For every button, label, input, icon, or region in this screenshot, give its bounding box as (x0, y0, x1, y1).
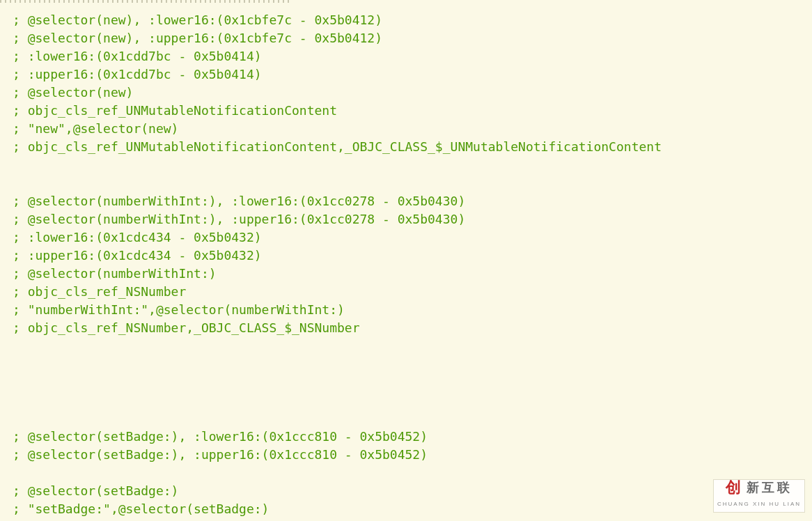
code-line: ; @selector(setBadge:), :upper16:(0x1ccc… (13, 446, 799, 464)
code-line: ; "numberWithInt:",@selector(numberWithI… (13, 301, 799, 319)
blank-line (13, 391, 799, 410)
code-line: ; @selector(new) (13, 84, 799, 102)
code-line: ; :upper16:(0x1cdd7bc - 0x5b0414) (13, 65, 799, 84)
blank-line (13, 355, 799, 373)
code-document: ; @selector(new), :lower16:(0x1cbfe7c - … (0, 0, 812, 521)
code-line: ; @selector(setBadge:), :lower16:(0x1ccc… (13, 428, 799, 446)
code-line: ; objc_cls_ref_UNMutableNotificationCont… (13, 102, 799, 120)
watermark-rest: 新互联 (747, 479, 793, 497)
watermark-logo: 创 新互联 CHUANG XIN HU LIAN (713, 479, 805, 513)
code-line: ; :lower16:(0x1cdc434 - 0x5b0432) (13, 228, 799, 247)
code-line: ; @selector(numberWithInt:), :upper16:(0… (13, 210, 799, 228)
code-line: ; :lower16:(0x1cdd7bc - 0x5b0414) (13, 47, 799, 65)
code-line: ; objc_cls_ref_NSNumber,_OBJC_CLASS_$_NS… (13, 319, 799, 337)
blank-line (13, 464, 799, 482)
watermark-accent-char: 创 (726, 479, 744, 497)
code-line: ; "new",@selector(new) (13, 120, 799, 138)
blank-line (13, 156, 799, 174)
top-border-dots (0, 0, 292, 3)
code-line: ; objc_cls_ref_NSNumber (13, 283, 799, 301)
code-line: ; @selector(new), :upper16:(0x1cbfe7c - … (13, 29, 799, 47)
code-line: ; "setBadge:",@selector(setBadge:) (13, 500, 799, 518)
code-line: ; @selector(numberWithInt:) (13, 265, 799, 283)
code-line: ; @selector(new), :lower16:(0x1cbfe7c - … (13, 11, 799, 29)
blank-line (13, 410, 799, 428)
watermark-subtitle: CHUANG XIN HU LIAN (717, 495, 801, 513)
code-line: ; :upper16:(0x1cdc434 - 0x5b0432) (13, 247, 799, 265)
blank-line (13, 337, 799, 355)
blank-line (13, 174, 799, 192)
blank-line (13, 373, 799, 391)
code-line: ; @selector(setBadge:) (13, 482, 799, 500)
watermark-title: 创 新互联 (726, 479, 793, 497)
code-line: ; objc_cls_ref_UNMutableNotificationCont… (13, 138, 799, 156)
code-line: ; @selector(numberWithInt:), :lower16:(0… (13, 192, 799, 210)
